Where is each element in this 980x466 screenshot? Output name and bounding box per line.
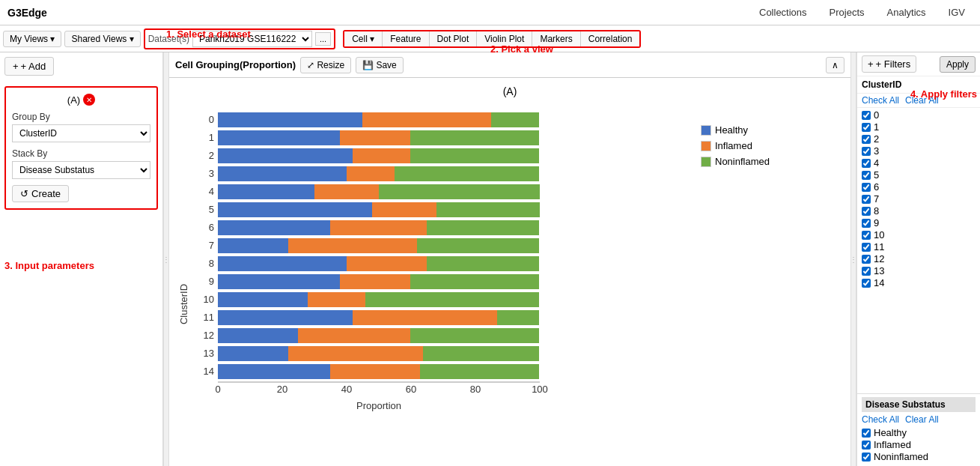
cluster-item-0: 0 bbox=[862, 109, 976, 121]
svg-text:1: 1 bbox=[209, 132, 214, 143]
disease-substatus-title: Disease Substatus bbox=[862, 397, 976, 412]
drag-handle[interactable]: ⋮ bbox=[163, 52, 169, 466]
apply-button[interactable]: Apply bbox=[940, 56, 976, 73]
nav-analytics[interactable]: Analytics bbox=[887, 7, 926, 18]
cluster-checkbox-10[interactable] bbox=[862, 231, 871, 240]
plus-icon: + bbox=[868, 58, 874, 70]
nav-igv[interactable]: IGV bbox=[949, 7, 965, 18]
view-feature-button[interactable]: Feature bbox=[383, 31, 429, 46]
cluster-checkbox-9[interactable] bbox=[862, 219, 871, 228]
right-drag-handle[interactable]: ⋮ bbox=[850, 52, 856, 466]
svg-text:4: 4 bbox=[209, 186, 214, 197]
resize-button[interactable]: ⤢ Resize bbox=[300, 57, 351, 73]
svg-rect-27 bbox=[427, 256, 539, 271]
content-area: Cell Grouping(Proportion) ⤢ Resize 💾 Sav… bbox=[169, 52, 850, 466]
legend-healthy: Healthy bbox=[701, 124, 770, 136]
cluster-item-11: 11 bbox=[862, 241, 976, 252]
noninflamed-color bbox=[701, 157, 711, 167]
ds-item-noninflamed: Noninflamed bbox=[862, 451, 976, 462]
svg-text:14: 14 bbox=[204, 366, 214, 377]
svg-rect-3 bbox=[491, 112, 539, 127]
cluster-checkbox-0[interactable] bbox=[862, 111, 871, 120]
svg-rect-10 bbox=[218, 166, 347, 181]
shared-views-button[interactable]: Shared Views bbox=[64, 31, 140, 47]
ds-noninflamed-label: Noninflamed bbox=[874, 451, 928, 462]
cluster-checkbox-1[interactable] bbox=[862, 123, 871, 132]
view-correlation-button[interactable]: Correlation bbox=[581, 31, 640, 46]
svg-text:100: 100 bbox=[532, 384, 548, 395]
step2-label: 2. Pick a view bbox=[490, 43, 553, 55]
ds-checkbox-inflamed[interactable] bbox=[862, 441, 871, 450]
svg-rect-30 bbox=[410, 274, 539, 289]
stack-by-select[interactable]: Disease Substatus bbox=[12, 161, 150, 179]
step3-label: 3. Input parameters bbox=[4, 260, 94, 271]
ds-checkbox-healthy[interactable] bbox=[862, 429, 871, 438]
filters-label: + Filters bbox=[876, 58, 911, 70]
cluster-checkbox-6[interactable] bbox=[862, 183, 871, 192]
nav-collections[interactable]: Collections bbox=[759, 7, 807, 18]
bar-chart: ClusterID bbox=[177, 102, 686, 466]
svg-text:2: 2 bbox=[209, 150, 214, 161]
dataset-more-button[interactable]: ... bbox=[315, 32, 331, 46]
panel-close-button[interactable]: ✕ bbox=[83, 94, 95, 106]
cluster-checkbox-3[interactable] bbox=[862, 147, 871, 156]
cluster-checkbox-11[interactable] bbox=[862, 243, 871, 252]
cluster-checkbox-8[interactable] bbox=[862, 207, 871, 216]
svg-text:6: 6 bbox=[209, 222, 214, 233]
svg-rect-26 bbox=[347, 256, 427, 271]
view-cell-button[interactable]: Cell bbox=[344, 31, 383, 46]
svg-rect-29 bbox=[340, 274, 410, 289]
cluster-checkbox-7[interactable] bbox=[862, 195, 871, 204]
svg-text:0: 0 bbox=[215, 384, 220, 395]
filters-button[interactable]: + + Filters bbox=[862, 55, 916, 73]
create-button[interactable]: ↺ Create bbox=[12, 185, 69, 202]
svg-rect-37 bbox=[218, 328, 298, 343]
cluster-item-10: 10 bbox=[862, 229, 976, 240]
ds-clear-all[interactable]: Clear All bbox=[905, 414, 939, 425]
svg-text:ClusterID: ClusterID bbox=[178, 284, 189, 324]
plus-icon: + bbox=[13, 61, 19, 72]
svg-text:7: 7 bbox=[209, 240, 214, 251]
svg-text:80: 80 bbox=[470, 384, 481, 395]
ds-checkbox-noninflamed[interactable] bbox=[862, 453, 871, 462]
panel-group-title: (A) ✕ bbox=[12, 94, 150, 106]
legend-noninflamed: Noninflamed bbox=[701, 156, 770, 167]
cluster-item-9: 9 bbox=[862, 217, 976, 229]
save-button[interactable]: 💾 Save bbox=[356, 57, 404, 73]
cluster-checkbox-4[interactable] bbox=[862, 159, 871, 168]
svg-rect-45 bbox=[420, 364, 539, 379]
healthy-label: Healthy bbox=[715, 124, 748, 136]
content-header: Cell Grouping(Proportion) ⤢ Resize 💾 Sav… bbox=[169, 52, 850, 78]
cluster-check-all[interactable]: Check All bbox=[862, 95, 899, 106]
svg-rect-12 bbox=[395, 166, 539, 181]
svg-rect-4 bbox=[218, 130, 340, 145]
cluster-checkbox-2[interactable] bbox=[862, 135, 871, 144]
svg-rect-21 bbox=[427, 220, 539, 235]
cluster-checkbox-13[interactable] bbox=[862, 267, 871, 276]
svg-rect-44 bbox=[330, 364, 420, 379]
cluster-checkbox-12[interactable] bbox=[862, 255, 871, 264]
svg-rect-14 bbox=[314, 184, 379, 199]
svg-text:13: 13 bbox=[204, 348, 214, 359]
chart-title: (A) bbox=[177, 85, 843, 97]
svg-rect-20 bbox=[330, 220, 427, 235]
svg-rect-17 bbox=[372, 202, 436, 217]
svg-text:40: 40 bbox=[341, 384, 352, 395]
filter-header: + + Filters Apply bbox=[857, 52, 980, 76]
cluster-item-4: 4 bbox=[862, 157, 976, 169]
add-button[interactable]: + + Add bbox=[4, 57, 54, 76]
ds-check-all[interactable]: Check All bbox=[862, 414, 899, 425]
svg-rect-41 bbox=[288, 346, 423, 361]
my-views-button[interactable]: My Views bbox=[3, 31, 61, 47]
svg-text:3: 3 bbox=[209, 168, 214, 179]
cluster-checkbox-14[interactable] bbox=[862, 279, 871, 288]
nav-projects[interactable]: Projects bbox=[830, 7, 865, 18]
view-dotplot-button[interactable]: Dot Plot bbox=[430, 31, 478, 46]
svg-rect-19 bbox=[218, 220, 330, 235]
svg-rect-40 bbox=[218, 346, 288, 361]
svg-rect-5 bbox=[340, 130, 410, 145]
expand-button[interactable]: ∧ bbox=[826, 57, 844, 73]
group-by-select[interactable]: ClusterID bbox=[12, 124, 150, 142]
cluster-checkbox-5[interactable] bbox=[862, 171, 871, 180]
cluster-filter-list: 0 1 2 3 4 5 6 bbox=[857, 108, 980, 393]
